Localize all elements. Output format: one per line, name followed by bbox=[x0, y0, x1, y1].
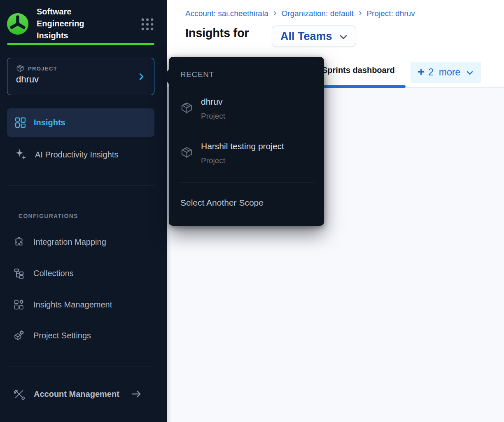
arrow-right-icon bbox=[131, 389, 142, 399]
hierarchy-icon bbox=[14, 268, 24, 279]
brand: Software Engineering Insights bbox=[7, 6, 154, 42]
sidebar: Software Engineering Insights PROJECT dh… bbox=[0, 0, 167, 422]
breadcrumb-account-link[interactable]: Account: sai.cheethirala bbox=[185, 9, 268, 18]
sidebar-item-account-management[interactable]: Account Management bbox=[7, 384, 154, 404]
breadcrumb-organization-link[interactable]: Organization: default bbox=[281, 9, 353, 18]
breadcrumb-project-link[interactable]: Project: dhruv bbox=[366, 9, 415, 18]
project-type-label: PROJECT bbox=[28, 66, 57, 72]
recent-scope-item-harshil-testing-project[interactable]: Harshil testing project Project bbox=[180, 141, 312, 165]
recent-header: RECENT bbox=[180, 70, 214, 79]
chevron-right-icon[interactable] bbox=[137, 72, 146, 81]
scope-item-subtitle: Project bbox=[201, 156, 284, 165]
sidebar-item-integration-mapping[interactable]: Integration Mapping bbox=[7, 232, 154, 252]
sidebar-item-project-settings[interactable]: Project Settings bbox=[7, 326, 154, 345]
sidebar-item-label: Integration Mapping bbox=[33, 237, 106, 247]
plus-icon: + bbox=[418, 66, 425, 78]
configurations-header: CONFIGURATIONS bbox=[19, 213, 78, 219]
sidebar-item-label: Insights Management bbox=[33, 300, 112, 309]
sidebar-item-insights[interactable]: Insights bbox=[7, 108, 154, 137]
popover-divider bbox=[179, 183, 315, 183]
sidebar-divider bbox=[7, 366, 154, 366]
scope-item-title: Harshil testing project bbox=[201, 141, 284, 150]
breadcrumb-separator: › bbox=[359, 8, 362, 18]
breadcrumb-separator: › bbox=[273, 8, 277, 18]
sidebar-item-label: Project Settings bbox=[33, 331, 91, 340]
cube-gear-icon bbox=[14, 330, 24, 341]
sparkles-icon bbox=[15, 148, 27, 161]
sidebar-item-label: Account Management bbox=[34, 389, 119, 399]
project-name: dhruv bbox=[16, 74, 146, 85]
sidebar-item-label: Collections bbox=[33, 269, 74, 278]
scope-item-title: dhruv bbox=[201, 96, 225, 106]
scope-item-subtitle: Project bbox=[201, 112, 225, 121]
sidebar-item-ai-productivity-insights[interactable]: AI Productivity Insights bbox=[7, 142, 154, 167]
cube-icon bbox=[180, 146, 193, 159]
cube-icon bbox=[16, 64, 24, 73]
sidebar-item-label: Insights bbox=[34, 118, 65, 127]
chevron-down-icon bbox=[338, 32, 348, 42]
recent-scope-item-dhruv[interactable]: dhruv Project bbox=[180, 96, 312, 121]
sei-logo-icon bbox=[7, 13, 28, 35]
app-title: Software Engineering Insights bbox=[37, 6, 107, 42]
cube-icon bbox=[180, 101, 193, 114]
sidebar-item-insights-management[interactable]: Insights Management bbox=[7, 295, 154, 314]
brand-accent-rule bbox=[7, 43, 154, 45]
tools-icon bbox=[14, 389, 25, 400]
team-selector-button[interactable]: All Teams bbox=[272, 26, 356, 47]
tab-sprints-dashboard[interactable]: Sprints dashboard bbox=[322, 66, 395, 75]
sidebar-divider bbox=[7, 185, 154, 185]
dashboard-icon bbox=[15, 117, 26, 128]
puzzle-icon bbox=[14, 237, 24, 247]
blocks-gear-icon bbox=[14, 299, 24, 310]
team-selector-value: All Teams bbox=[280, 30, 332, 43]
select-another-scope-action[interactable]: Select Another Scope bbox=[180, 198, 264, 208]
more-tabs-label: more bbox=[439, 67, 460, 78]
more-tabs-button[interactable]: + 2 more bbox=[411, 62, 481, 83]
sidebar-item-label: AI Productivity Insights bbox=[35, 150, 118, 159]
more-tabs-count: 2 bbox=[428, 67, 434, 78]
project-scope-selector[interactable]: PROJECT dhruv bbox=[7, 58, 154, 95]
sidebar-item-collections[interactable]: Collections bbox=[7, 263, 154, 283]
recent-scope-popover: RECENT dhruv Project Harshil testing pro… bbox=[169, 57, 324, 226]
chevron-down-icon bbox=[466, 69, 474, 77]
module-grid-icon[interactable] bbox=[140, 17, 154, 31]
breadcrumb: Account: sai.cheethirala › Organization:… bbox=[185, 9, 415, 18]
page-title: Insights for bbox=[185, 26, 249, 40]
